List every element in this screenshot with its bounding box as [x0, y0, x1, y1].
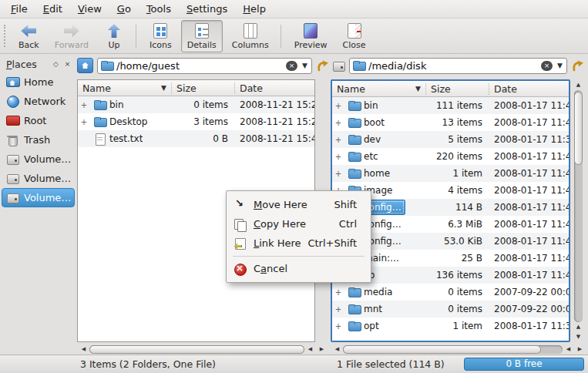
file-row[interactable]: + boot 13 items 2008-01-17 11:4 [332, 114, 569, 131]
file-row[interactable]: + opt 1 item 2008-01-17 11:3 [332, 318, 569, 334]
context-menu-item[interactable]: Copy Here Ctrl [227, 214, 371, 234]
context-menu-item[interactable]: Link Here Ctrl+Shift [227, 234, 371, 253]
go-arrow-icon[interactable] [571, 59, 585, 72]
left-horizontal-scrollbar[interactable]: ◀ ◀ ▶ [78, 344, 328, 355]
toolbar-button[interactable]: Icons [143, 20, 178, 52]
toolbar-button[interactable]: Back [12, 20, 45, 52]
scrollbar-thumb[interactable] [343, 345, 541, 354]
file-row[interactable]: test.txt 0 B 2008-11-21 15:47 [78, 130, 314, 147]
chevron-down-icon[interactable]: ▼ [301, 62, 308, 69]
file-row[interactable]: + dev 5 items 2008-01-17 11:3 [332, 131, 569, 148]
toolbar-button[interactable]: Preview [288, 20, 334, 52]
sidebar-item[interactable]: Trash [2, 130, 75, 150]
file-size: 6.3 MiB [425, 219, 489, 230]
name-cell: bin [90, 97, 171, 113]
file-row[interactable]: + bin 0 items 2008-11-21 15:25 [78, 96, 314, 113]
toolbar-button[interactable]: Close [337, 20, 372, 52]
close-panel-icon[interactable]: × [62, 59, 72, 69]
file-row[interactable]: + etc 220 items 2008-01-17 11:4 [332, 148, 569, 165]
sidebar-item[interactable]: Root [2, 111, 75, 130]
place-icon [6, 192, 19, 203]
column-header-name[interactable]: Name ▼ [332, 83, 425, 95]
tree-expander[interactable]: + [332, 322, 344, 331]
menu-item[interactable]: Tools [139, 1, 179, 17]
tree-expander[interactable]: + [332, 136, 344, 144]
column-header-date[interactable]: Date [234, 82, 314, 94]
name-cell: opt [344, 318, 425, 334]
scroll-left-icon[interactable]: ◀ [304, 344, 316, 355]
toolbar-button-icon [104, 22, 124, 39]
scroll-up-icon[interactable]: ▲ [573, 322, 584, 332]
toolbar-button[interactable]: Details [181, 20, 223, 52]
file-size: 25 B [425, 253, 489, 264]
vertical-scrollbar[interactable]: ▲ ▲ ▼ [573, 80, 584, 342]
place-icon [6, 173, 19, 184]
scrollbar-track[interactable] [574, 90, 583, 322]
file-name: opt [364, 321, 379, 331]
left-location-bar[interactable]: × ▼ [97, 58, 312, 74]
scroll-up-icon[interactable]: ▲ [573, 80, 584, 90]
scroll-right-icon[interactable]: ▶ [574, 344, 586, 355]
menu-item[interactable]: File [3, 1, 35, 17]
right-location-input[interactable] [368, 60, 537, 72]
scroll-right-icon[interactable]: ▶ [316, 344, 328, 355]
file-row[interactable]: + home 1 item 2008-01-17 11:4 [332, 165, 569, 182]
float-panel-icon[interactable]: ◇ [51, 59, 61, 69]
tree-expander[interactable]: + [332, 305, 344, 314]
scrollbar-thumb[interactable] [574, 92, 583, 165]
tree-expander[interactable]: + [332, 102, 344, 110]
file-row[interactable]: + bin 111 items 2008-01-17 11:4 [332, 97, 569, 114]
toolbar-button[interactable]: Forward [49, 20, 95, 52]
toolbar-button-label: Columns [232, 40, 269, 50]
file-name: bin [364, 100, 378, 111]
home-icon[interactable] [77, 58, 93, 73]
menu-item[interactable]: Help [235, 1, 274, 17]
right-column-header: Name ▼ Size Date [332, 81, 569, 97]
sidebar-item[interactable]: Volume… [2, 188, 75, 207]
go-arrow-icon[interactable] [316, 59, 330, 72]
right-horizontal-scrollbar[interactable]: ◀ ◀ ▶ [331, 344, 586, 355]
menu-item[interactable]: Edit [35, 1, 70, 17]
file-row[interactable]: + media 0 items 2007-09-22 00:0 [332, 284, 569, 301]
tree-expander[interactable]: + [332, 170, 344, 178]
column-header-size[interactable]: Size [425, 83, 489, 95]
clear-location-icon[interactable]: × [286, 61, 297, 71]
scroll-left-icon[interactable]: ◀ [563, 344, 574, 355]
file-icon [348, 151, 360, 163]
toolbar-button[interactable]: Up [98, 20, 130, 52]
file-row[interactable]: + mnt 0 items 2007-09-22 00:0 [332, 301, 569, 318]
scroll-left-icon[interactable]: ◀ [331, 344, 343, 355]
clear-location-icon[interactable]: × [541, 61, 553, 71]
tree-expander[interactable]: + [332, 288, 344, 297]
tree-expander[interactable]: + [332, 119, 344, 127]
sidebar-item[interactable]: Home [2, 72, 75, 92]
left-location-input[interactable] [116, 60, 282, 72]
scroll-down-icon[interactable]: ▼ [573, 332, 584, 342]
chevron-down-icon[interactable]: ▼ [556, 62, 563, 69]
scrollbar-track[interactable] [89, 345, 304, 354]
scrollbar-track[interactable] [343, 345, 563, 354]
scroll-left-icon[interactable]: ◀ [78, 344, 89, 355]
place-icon [6, 76, 19, 88]
context-menu-item[interactable]: Move Here Shift [227, 195, 371, 214]
toolbar-button[interactable]: Columns [226, 20, 275, 52]
device-icon[interactable] [332, 60, 345, 72]
scrollbar-thumb[interactable] [89, 345, 304, 354]
sidebar-item[interactable]: Volume… [2, 169, 75, 188]
tree-expander[interactable]: + [78, 118, 90, 126]
sidebar-item[interactable]: Volume… [2, 150, 75, 169]
menu-item[interactable]: Settings [179, 1, 235, 17]
menu-item[interactable]: Go [109, 1, 139, 17]
file-name: etc [364, 151, 378, 162]
file-row[interactable]: + Desktop 3 items 2008-11-21 15:26 [78, 113, 314, 130]
right-location-bar[interactable]: × ▼ [349, 58, 567, 74]
context-menu-item[interactable]: Cancel [227, 259, 371, 278]
column-header-size[interactable]: Size [171, 82, 234, 94]
sidebar-item[interactable]: Network [2, 92, 75, 111]
tree-expander[interactable]: + [332, 153, 344, 161]
menu-item[interactable]: View [70, 1, 109, 17]
toolbar-button-label: Preview [294, 40, 328, 50]
tree-expander[interactable]: + [78, 101, 90, 109]
column-header-date[interactable]: Date [489, 83, 569, 95]
column-header-name[interactable]: Name ▼ [78, 82, 171, 94]
